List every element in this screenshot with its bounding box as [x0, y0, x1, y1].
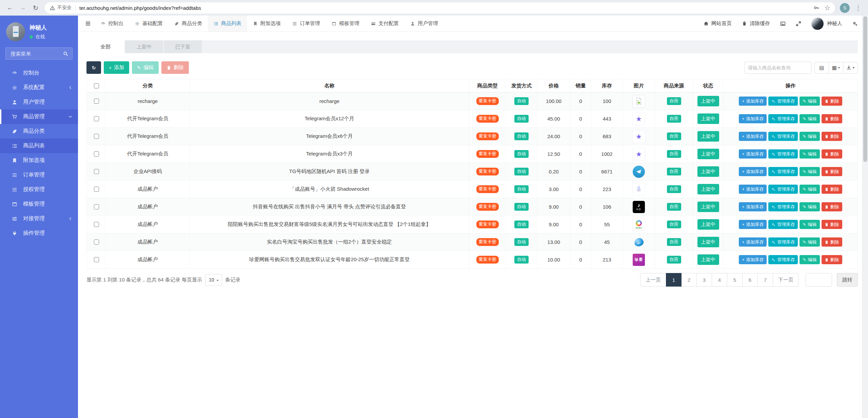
row-delete-button[interactable]: 删除	[822, 255, 842, 264]
row-edit-button[interactable]: ✎ 编辑	[800, 97, 820, 106]
status-badge[interactable]: 上架中	[697, 166, 719, 176]
add-stock-button[interactable]: + 添加库存	[739, 149, 767, 159]
column-header[interactable]: 销量	[570, 79, 591, 92]
goods-thumbnail[interactable]: 珍爱	[633, 254, 645, 266]
row-checkbox[interactable]	[94, 134, 99, 139]
gears-icon[interactable]	[852, 21, 858, 26]
goods-thumbnail[interactable]	[633, 236, 645, 248]
menu-toggle-icon[interactable]	[81, 16, 95, 32]
select-all-checkbox[interactable]	[94, 83, 99, 88]
row-delete-button[interactable]: 删除	[822, 132, 842, 141]
reload-icon[interactable]: ↻	[30, 2, 41, 14]
image-icon[interactable]	[780, 21, 786, 26]
status-badge[interactable]: 上架中	[697, 149, 719, 159]
browser-profile-avatar[interactable]: S	[840, 3, 850, 13]
row-edit-button[interactable]: ✎ 编辑	[800, 132, 820, 141]
jump-page-input[interactable]	[806, 273, 832, 287]
topnav-tab[interactable]: 支付配置	[365, 16, 405, 32]
row-delete-button[interactable]: 删除	[822, 202, 842, 211]
goods-thumbnail[interactable]: ★	[632, 130, 645, 143]
manage-stock-button[interactable]: 管理库存	[768, 237, 798, 247]
add-stock-button[interactable]: + 添加库存	[739, 255, 767, 264]
sidebar-item[interactable]: 授权管理	[0, 182, 78, 197]
row-edit-button[interactable]: ✎ 编辑	[800, 202, 820, 211]
page-button[interactable]: 1	[666, 273, 682, 287]
add-stock-button[interactable]: + 添加库存	[739, 114, 767, 123]
topnav-tab[interactable]: 控制台	[95, 16, 129, 32]
back-icon[interactable]: ←	[4, 2, 16, 14]
search-icon[interactable]	[63, 51, 68, 56]
row-checkbox[interactable]	[94, 187, 99, 192]
sidebar-item[interactable]: 用户管理	[0, 95, 78, 109]
status-badge[interactable]: 上架中	[697, 202, 719, 212]
manage-stock-button[interactable]: 管理库存	[768, 149, 798, 159]
manage-stock-button[interactable]: 管理库存	[768, 202, 798, 211]
goods-thumbnail[interactable]	[632, 183, 645, 196]
refresh-button[interactable]: ↻	[86, 61, 101, 74]
row-checkbox[interactable]	[94, 169, 99, 174]
column-header[interactable]: 价格	[537, 79, 570, 92]
status-badge[interactable]: 上架中	[697, 113, 719, 124]
sidebar-item[interactable]: 附加选项	[0, 153, 78, 168]
goods-thumbnail[interactable]	[633, 166, 645, 178]
column-header[interactable]: 商品来源	[655, 79, 693, 92]
sidebar-item[interactable]: 商品管理	[0, 109, 78, 124]
column-header[interactable]: 名称	[190, 79, 469, 92]
goods-thumbnail[interactable]: ★	[632, 112, 645, 125]
filter-tab[interactable]: 上架中	[125, 40, 163, 53]
avatar[interactable]	[6, 22, 25, 41]
next-page-button[interactable]: 下一页	[773, 273, 799, 287]
row-edit-button[interactable]: ✎ 编辑	[800, 255, 820, 264]
topnav-tab[interactable]: 订单管理	[287, 16, 326, 32]
column-header[interactable]: 状态	[693, 79, 724, 92]
row-delete-button[interactable]: 删除	[822, 237, 842, 247]
row-checkbox[interactable]	[94, 257, 99, 262]
add-stock-button[interactable]: + 添加库存	[739, 167, 767, 176]
bookmark-star-icon[interactable]: ☆	[822, 3, 832, 13]
row-checkbox[interactable]	[94, 116, 99, 121]
page-scrollbar[interactable]	[862, 16, 868, 418]
security-chip[interactable]: 不安全	[50, 5, 76, 11]
row-edit-button[interactable]: ✎ 编辑	[800, 237, 820, 247]
page-button[interactable]: 4	[712, 273, 727, 287]
add-stock-button[interactable]: + 添加库存	[739, 237, 767, 247]
topnav-tab[interactable]: 用户管理	[405, 16, 444, 32]
row-checkbox[interactable]	[94, 222, 99, 227]
address-bar[interactable]: 不安全 ter.aozhouhg.net/admin.php/goods/ind…	[45, 2, 835, 14]
column-header[interactable]: 库存	[591, 79, 623, 92]
row-checkbox[interactable]	[94, 204, 99, 209]
clear-cache-link[interactable]: 清除缓存	[742, 20, 770, 27]
column-header[interactable]: 发货方式	[506, 79, 537, 92]
sidebar-item[interactable]: 模板管理	[0, 197, 78, 211]
edit-button[interactable]: ✎ 编辑	[132, 61, 159, 74]
row-edit-button[interactable]: ✎ 编辑	[800, 167, 820, 176]
manage-stock-button[interactable]: 管理库存	[768, 255, 798, 264]
row-delete-button[interactable]: 删除	[822, 114, 842, 123]
columns-button[interactable]: ▦ ▾	[829, 62, 843, 74]
menu-search-input[interactable]	[10, 50, 63, 57]
browser-menu-icon[interactable]: ⋮	[852, 2, 864, 14]
topnav-tab[interactable]: 基础配置	[129, 16, 169, 32]
page-button[interactable]: 7	[757, 273, 773, 287]
forward-icon[interactable]: →	[17, 2, 28, 14]
topnav-tab[interactable]: 模板管理	[326, 16, 365, 32]
goods-thumbnail[interactable]	[632, 95, 645, 108]
sidebar-item[interactable]: 系统配置	[0, 80, 78, 95]
status-badge[interactable]: 上架中	[697, 254, 719, 265]
row-edit-button[interactable]: ✎ 编辑	[800, 114, 820, 123]
page-button[interactable]: 3	[696, 273, 712, 287]
manage-stock-button[interactable]: 管理库存	[768, 97, 798, 106]
add-stock-button[interactable]: + 添加库存	[739, 97, 767, 106]
row-delete-button[interactable]: 删除	[822, 220, 842, 229]
row-checkbox[interactable]	[94, 99, 99, 104]
sidebar-item[interactable]: 控制台	[0, 66, 78, 80]
detail-view-button[interactable]: ▤	[814, 62, 829, 74]
topnav-tab[interactable]: 商品列表	[208, 16, 247, 32]
scrollbar-thumb[interactable]	[863, 16, 867, 162]
sidebar-item[interactable]: 商品分类	[0, 124, 78, 139]
add-stock-button[interactable]: + 添加库存	[739, 132, 767, 141]
manage-stock-button[interactable]: 管理库存	[768, 114, 798, 123]
row-delete-button[interactable]: 删除	[822, 149, 842, 159]
row-checkbox[interactable]	[94, 151, 99, 156]
goods-thumbnail[interactable]: MOMO	[632, 218, 645, 231]
